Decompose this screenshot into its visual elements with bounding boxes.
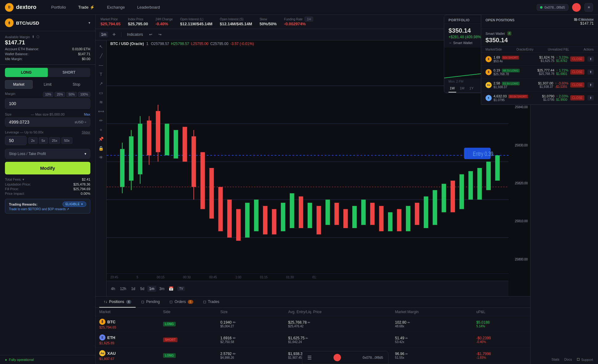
leverage-input[interactable] [5, 136, 27, 145]
margin-10-btn[interactable]: 10% [43, 92, 53, 97]
wallet-address-display[interactable]: 0x078...0f8d5 [537, 4, 568, 11]
short-tab[interactable]: SHORT [48, 68, 91, 77]
share-position-btn-0[interactable]: ⬆ [588, 56, 594, 62]
margin-25-btn[interactable]: 25% [55, 92, 65, 97]
fib-tool[interactable]: ≋ [97, 98, 105, 106]
nav-leaderboard[interactable]: Leaderboard [135, 4, 162, 11]
lock-tool[interactable]: 🔒 [97, 145, 105, 152]
pending-tab[interactable]: ◻ Pending [137, 297, 164, 308]
nav-trade[interactable]: Trade ⚡ [76, 4, 97, 11]
rect-tool[interactable]: ▭ [97, 89, 105, 96]
eye-tool[interactable]: 👁 [97, 154, 105, 161]
entry-edit-0[interactable]: ✏ [308, 321, 310, 324]
fees-dropdown-icon[interactable]: ▾ [23, 178, 24, 181]
record-button[interactable] [572, 3, 581, 12]
pencil-tool[interactable]: ✏ [97, 117, 105, 124]
record-dot-btn[interactable] [334, 354, 341, 361]
pin-tool[interactable]: 📌 [97, 135, 105, 143]
nav-portfolio[interactable]: Portfolio [49, 4, 68, 11]
text-tool[interactable]: T [97, 71, 105, 78]
stop-loss-take-profit-row[interactable]: Stop Loss / Take Profit ▾ [5, 149, 90, 159]
margin-edit-0[interactable]: ✏ [408, 321, 410, 324]
tf-1d[interactable]: 1d [129, 286, 137, 292]
margin-edit-2[interactable]: ✏ [405, 352, 408, 356]
tf-1m[interactable]: 1m [147, 286, 156, 292]
lev-50x-btn[interactable]: 50x [61, 137, 72, 144]
tf-4h[interactable]: 4h [109, 286, 117, 292]
horizontal-line-tool[interactable]: — [97, 61, 105, 69]
trades-tab[interactable]: ◻ Trades [199, 297, 224, 308]
account-eth-row: Account ETH Balance: 0.0100 ETH [5, 47, 90, 51]
size-edit-1[interactable]: ✏ [233, 336, 236, 340]
margin-edit-1[interactable]: ✏ [405, 337, 408, 340]
margin-50-btn[interactable]: 50% [66, 92, 77, 97]
size-edit-2[interactable]: ✏ [233, 352, 236, 356]
entry-edit-1[interactable]: ✏ [305, 337, 308, 340]
close-position-btn-2[interactable]: CLOSE [570, 82, 584, 88]
orders-tab[interactable]: ◻ Orders 5 [165, 297, 197, 308]
expand-icon[interactable]: ⬡ [36, 35, 39, 39]
chart-timeframe-bar: 4h 12h 1d 5d 1m 3m 📅 TV [107, 281, 509, 296]
tf-12h[interactable]: 12h [118, 286, 128, 292]
stop-order-tab[interactable]: Stop [63, 80, 90, 89]
time-selector[interactable]: 1H [305, 17, 313, 22]
market-order-tab[interactable]: Market [5, 80, 33, 89]
lev-25x-btn[interactable]: 25x [49, 137, 60, 144]
cursor-tool[interactable]: ↖ [97, 43, 105, 50]
indicators-btn[interactable]: Indicators [125, 32, 145, 37]
max-link[interactable]: Max [84, 112, 90, 116]
trend-line-tool[interactable]: ╱ [97, 52, 105, 59]
share-position-btn-1[interactable]: ⬆ [588, 69, 594, 75]
size-edit-0[interactable]: ✏ [233, 320, 236, 325]
portfolio-1m-tab[interactable]: 1M [459, 84, 466, 92]
arrow-tool[interactable]: ↗ [97, 80, 105, 87]
positions-tab[interactable]: ↑↓ Positions 4 [99, 297, 136, 308]
logo[interactable]: D dextoro [5, 3, 36, 12]
nav-exchange[interactable]: Exchange [104, 4, 127, 11]
positions-tab-icon: ↑↓ [104, 300, 107, 304]
limit-order-tab[interactable]: Limit [34, 80, 62, 89]
portfolio-1y-tab[interactable]: 1Y [468, 84, 475, 92]
footer-support[interactable]: ☐ Support [577, 358, 593, 362]
tf-1m-btn[interactable]: 1m [99, 32, 108, 37]
close-position-btn-3[interactable]: CLOSE [570, 95, 584, 100]
theme-toggle-button[interactable]: ☀ [584, 3, 593, 12]
tf-3m[interactable]: 3m [158, 286, 166, 292]
rewards-external-link-icon[interactable]: ↗ [67, 207, 69, 211]
tf-5d[interactable]: 5d [138, 286, 146, 292]
measure-tool[interactable]: ⟺ [97, 108, 105, 115]
market-price-2: $1,937.67 [99, 357, 156, 361]
footer-docs[interactable]: Docs [564, 358, 572, 362]
size-suffix: sUSD ÷ [75, 120, 86, 124]
margin-input[interactable] [5, 98, 90, 109]
lev-2x-btn[interactable]: 2x [28, 137, 38, 144]
open-interest-l-stat: Open Interest (L) $12.11M/$45.14M [180, 18, 212, 26]
size-input[interactable] [9, 120, 75, 125]
undo-btn[interactable]: ↩ [147, 32, 154, 37]
footer-stats[interactable]: Stats [551, 358, 559, 362]
size-value-0: 0.1940 ✏ [220, 320, 281, 325]
svg-rect-39 [299, 196, 303, 228]
long-tab[interactable]: LONG [5, 68, 48, 77]
calculator-button[interactable]: ⊞ Calculator [574, 17, 594, 22]
share-position-btn-3[interactable]: ⬆ [588, 95, 594, 100]
hamburger-menu-btn[interactable]: ☰ [307, 355, 312, 361]
slider-link[interactable]: Slider [82, 130, 90, 134]
portfolio-1w-tab[interactable]: 1W [448, 84, 456, 92]
redo-btn[interactable]: ↪ [157, 32, 163, 37]
svg-rect-48 [379, 206, 383, 231]
share-position-btn-2[interactable]: ⬆ [588, 82, 594, 88]
close-position-btn-1[interactable]: CLOSE [570, 69, 584, 75]
size-usd-1: $2,750.58 [220, 340, 281, 344]
funding-rate-label: Funding Rate 1H [284, 17, 313, 21]
asset-selector[interactable]: ₿ BTC/sUSD ▾ [0, 15, 95, 31]
eligible-badge[interactable]: ELIGIBLE ▼ [63, 202, 86, 207]
modify-button[interactable]: Modify [5, 162, 90, 174]
add-tool[interactable]: + [97, 126, 105, 133]
margin-100-btn[interactable]: 100% [78, 92, 90, 97]
crosshair-tool-btn[interactable]: ✛ [111, 32, 117, 37]
deposit-icon[interactable]: ⬆ [32, 35, 35, 39]
close-position-btn-0[interactable]: CLOSE [570, 56, 584, 62]
lev-5x-btn[interactable]: 5x [39, 137, 48, 144]
calendar-icon[interactable]: 📅 [169, 286, 174, 291]
